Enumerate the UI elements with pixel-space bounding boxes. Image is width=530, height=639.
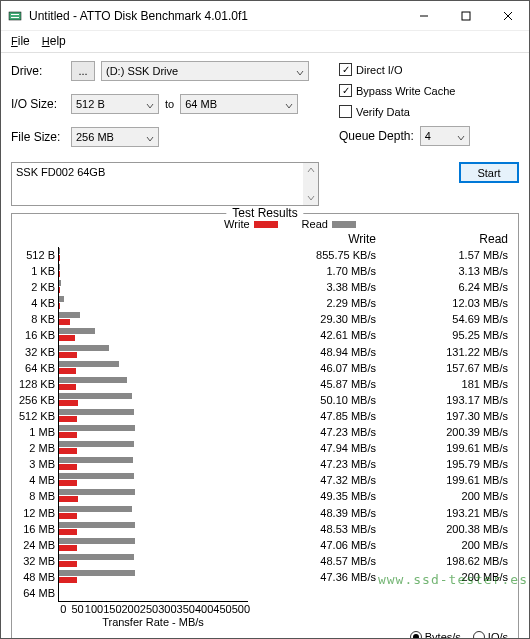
write-bar	[59, 545, 77, 551]
results-title: Test Results	[226, 206, 303, 220]
read-bar	[59, 522, 135, 528]
ios-radio[interactable]: IO/s	[473, 631, 508, 639]
bar-row	[59, 263, 248, 279]
write-value: 49.35 MB/s	[248, 488, 376, 504]
queue-label: Queue Depth:	[339, 129, 414, 143]
read-bar	[59, 538, 135, 544]
y-tick: 8 KB	[18, 311, 55, 327]
read-value: 1.57 MB/s	[380, 247, 508, 263]
read-bar	[59, 345, 109, 351]
drive-browse-button[interactable]: ...	[71, 61, 95, 81]
read-bar	[59, 296, 64, 302]
x-tick: 0	[56, 603, 70, 615]
io-from-select[interactable]: 512 B	[71, 94, 159, 114]
description-text[interactable]: SSK FD002 64GB	[11, 162, 319, 206]
bar-row	[59, 424, 248, 440]
read-value: 54.69 MB/s	[380, 311, 508, 327]
read-value: 197.30 MB/s	[380, 408, 508, 424]
bar-row	[59, 295, 248, 311]
chevron-down-icon	[146, 100, 154, 108]
bar-row	[59, 585, 248, 601]
write-value: 47.94 MB/s	[248, 440, 376, 456]
window-title: Untitled - ATTO Disk Benchmark 4.01.0f1	[29, 9, 403, 23]
read-bar	[59, 377, 127, 383]
y-tick: 3 MB	[18, 456, 55, 472]
bar-row	[59, 279, 248, 295]
filesize-select[interactable]: 256 MB	[71, 127, 159, 147]
write-bar	[59, 303, 60, 309]
y-tick: 48 MB	[18, 569, 55, 585]
direct-io-checkbox[interactable]: Direct I/O	[339, 63, 402, 76]
y-tick: 32 KB	[18, 344, 55, 360]
svg-rect-0	[9, 12, 21, 20]
io-to-select[interactable]: 64 MB	[180, 94, 298, 114]
chevron-down-icon	[285, 100, 293, 108]
start-button[interactable]: Start	[459, 162, 519, 183]
col-write: Write	[248, 232, 380, 246]
maximize-button[interactable]	[445, 1, 487, 30]
read-value: 3.13 MB/s	[380, 263, 508, 279]
app-icon	[7, 8, 23, 24]
read-value: 193.17 MB/s	[380, 392, 508, 408]
write-value: 47.85 MB/s	[248, 408, 376, 424]
read-bar	[59, 409, 134, 415]
write-bar	[59, 496, 78, 502]
bar-row	[59, 456, 248, 472]
bar-row	[59, 472, 248, 488]
y-tick: 2 MB	[18, 440, 55, 456]
read-value: 200.38 MB/s	[380, 521, 508, 537]
bar-row	[59, 440, 248, 456]
write-value: 47.23 MB/s	[248, 424, 376, 440]
y-tick: 8 MB	[18, 488, 55, 504]
write-bar	[59, 561, 77, 567]
y-tick: 2 KB	[18, 279, 55, 295]
col-read: Read	[380, 232, 512, 246]
menu-file[interactable]: File	[5, 32, 36, 50]
write-bar	[59, 480, 77, 486]
bar-row	[59, 521, 248, 537]
minimize-button[interactable]	[403, 1, 445, 30]
read-bar	[59, 312, 80, 318]
bar-chart	[58, 247, 248, 602]
read-value: 95.25 MB/s	[380, 327, 508, 343]
x-tick: 500	[232, 603, 250, 615]
write-value: 46.07 MB/s	[248, 360, 376, 376]
drive-select[interactable]: (D:) SSK Drive	[101, 61, 309, 81]
read-value: 198.62 MB/s	[380, 553, 508, 569]
read-value: 200 MB/s	[380, 488, 508, 504]
y-tick: 4 MB	[18, 472, 55, 488]
read-bar	[59, 570, 135, 576]
legend-read: Read	[302, 218, 356, 230]
y-tick: 1 KB	[18, 263, 55, 279]
bar-row	[59, 360, 248, 376]
read-bar	[59, 554, 134, 560]
write-bar	[59, 513, 77, 519]
close-button[interactable]	[487, 1, 529, 30]
chevron-down-icon	[146, 133, 154, 141]
scroll-down[interactable]	[303, 191, 318, 205]
chevron-down-icon	[457, 132, 465, 140]
scroll-up[interactable]	[303, 163, 318, 177]
x-tick: 50	[70, 603, 84, 615]
bar-row	[59, 311, 248, 327]
chevron-down-icon	[296, 67, 304, 75]
queue-select[interactable]: 4	[420, 126, 470, 146]
bypass-checkbox[interactable]: Bypass Write Cache	[339, 84, 455, 97]
verify-checkbox[interactable]: Verify Data	[339, 105, 410, 118]
x-tick: 100	[85, 603, 103, 615]
read-value: 200.39 MB/s	[380, 424, 508, 440]
svg-rect-2	[11, 17, 19, 18]
y-tick: 256 KB	[18, 392, 55, 408]
write-value: 1.70 MB/s	[248, 263, 376, 279]
bytes-radio[interactable]: Bytes/s	[410, 631, 461, 639]
bar-row	[59, 392, 248, 408]
svg-rect-4	[462, 12, 470, 20]
bar-row	[59, 537, 248, 553]
write-bar	[59, 368, 76, 374]
read-bar	[59, 457, 133, 463]
menu-help[interactable]: Help	[36, 32, 72, 50]
write-bar	[59, 416, 77, 422]
read-bar	[59, 425, 135, 431]
x-tick: 200	[122, 603, 140, 615]
write-bar	[59, 352, 77, 358]
